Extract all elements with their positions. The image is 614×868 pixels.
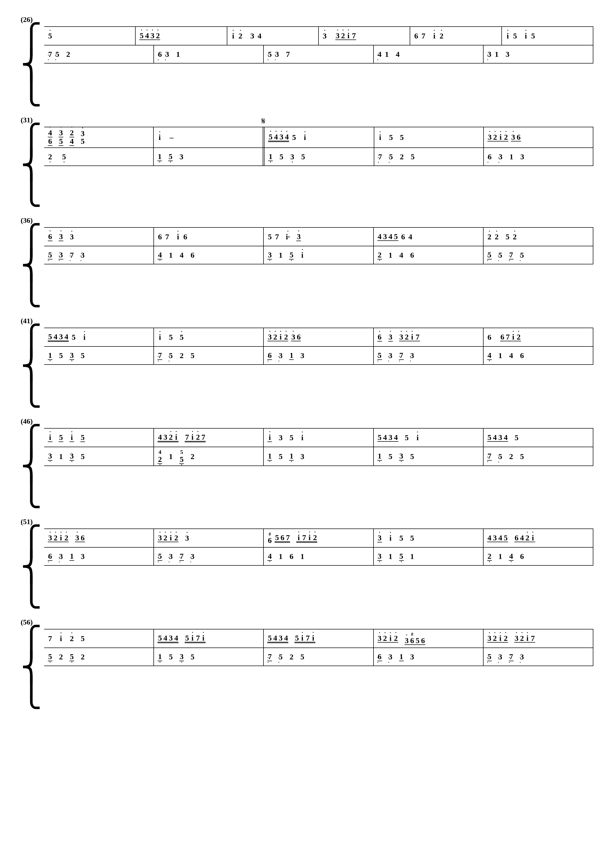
brace-symbol-36: ⎧⎨⎩ [21,227,42,304]
note: 4 [257,32,262,40]
note: 6 [487,153,492,161]
note-group: 5 4 3 4 [48,333,69,342]
note: 2 [439,32,444,40]
note-group: 5 4 3 4 [267,634,288,643]
staff-lower-46: 3 1 3 5 4 2 [44,446,593,466]
note: i [82,333,87,341]
brace-symbol-31: ⎧⎨⎩ [21,127,42,203]
note: 5 [513,32,518,40]
staff-upper-26: 5 5 4 3 2 i 2 [44,26,593,45]
section-label-56: (56) [21,618,593,626]
section-label-26: (26) [21,16,593,24]
note: 5 [168,153,173,161]
note: 6 [183,233,188,240]
note: i [157,133,162,141]
staff-lower-31: 2 5 1 5 3 [44,147,593,166]
note-group: 5 4 3 2 [139,32,160,40]
note-group: 5 i 7 i [185,634,206,643]
note: 5 [55,50,60,58]
note: 5 [71,333,76,341]
note: 2 [66,50,70,58]
note: 2 [399,153,404,161]
note: 3 [165,50,169,58]
brace-symbol-51: ⎧⎨⎩ [21,529,42,605]
staff-lower-36: 5 3 7 3 4 1 4 [44,246,593,264]
section-36: (36) ⎧⎨⎩ 6 3 3 6 7 [21,216,593,304]
note-group: 3 2 i 2 [487,133,508,141]
note: i [505,32,510,40]
note: 5 [292,133,296,141]
note: 3 [520,153,525,161]
note: 5 [267,233,272,240]
note-group: 3 2 i 7 [335,32,356,40]
note: i [231,32,236,40]
note-group: 6 7 i 2 [500,333,521,341]
note: 5 [267,50,272,58]
brace-symbol: ⎧⎨⎩ [21,26,42,103]
note: i [176,233,180,240]
note-group: 3 2 i 2 [267,333,288,341]
note: 1 [268,153,273,161]
note-group: 3 2 i 2 [48,534,69,542]
section-56: (56) ⎧⎨⎩ 7 i 2 5 [21,618,593,705]
section-label-46: (46) [21,417,593,425]
note-group: 4 3 4 5 [378,232,398,241]
note: 6 [158,233,162,240]
note: i [303,133,307,141]
note: 4 [378,50,382,58]
note: 4 [395,50,400,58]
section-26: (26) ⎧⎨⎩ 5 5 4 3 2 [21,16,593,103]
note: 6 [487,333,492,341]
note: 1 [494,50,499,58]
section-41: (41) ⎧⎨⎩ 5 4 3 4 5 i [21,317,593,404]
section-46: (46) ⎧⎨⎩ i 5 i 5 [21,417,593,505]
note: 4 [408,233,413,240]
segno-sign: 𝄋 [261,116,265,127]
section-31: (31) ⎧⎨⎩ 4 6 3 5 [21,116,593,203]
note: i [432,32,437,40]
note-group: 4 3 4 5 [487,534,508,542]
note-group: 3 2 i 2 [158,534,179,542]
note-group: 3 6 [511,133,521,141]
note: 7 [48,635,53,642]
note: 3 [290,153,294,161]
note: 3 [275,50,279,58]
note: 6 [516,133,521,141]
note: 7 [275,233,279,240]
note: 7 [285,50,290,58]
note: 1 [176,50,180,58]
note: 5 [410,153,415,161]
note: – [169,133,174,141]
section-label-41: (41) [21,317,593,325]
note: 5 [389,153,393,161]
note: 2 [487,233,492,240]
section-51: (51) ⎧⎨⎩ 3 2 i 2 3 [21,518,593,605]
note: 7 [378,153,382,161]
staff-lower-51: 6 3 1 3 5 3 7 [44,547,593,566]
note: 6 [158,50,162,58]
note: 5 [531,32,535,40]
brace-symbol-46: ⎧⎨⎩ [21,428,42,505]
note: 3 [322,32,327,40]
note-group: 7 i 2 7 [185,433,206,442]
score-page: (26) ⎧⎨⎩ 5 5 4 3 2 [21,16,593,705]
brace-symbol-56: ⎧⎨⎩ [21,629,42,705]
staff-upper-36: 6 3 3 6 7 i 6 [44,227,593,246]
note: 5 [301,153,305,161]
staff-upper-56: 7 i 2 5 5 4 3 4 [44,629,593,648]
brace-symbol-41: ⎧⎨⎩ [21,328,42,404]
note: 3 [296,232,301,241]
note-group: 5 4 3 4 [268,133,289,142]
note-group: 5 6 7 [275,534,290,543]
staff-upper-41: 5 4 3 4 5 i i 5 [44,328,593,346]
note-group: 5 4 3 4 [487,434,508,442]
note: 1 [157,153,162,161]
note: 3 [487,50,492,58]
note-group: 5 4 3 4 [378,434,398,442]
note: 3 [498,153,503,161]
note: i· [285,233,290,240]
note: 5 [62,153,66,161]
note: 5 [179,333,184,341]
note: 3 [250,32,255,40]
note: 6 [401,233,406,240]
